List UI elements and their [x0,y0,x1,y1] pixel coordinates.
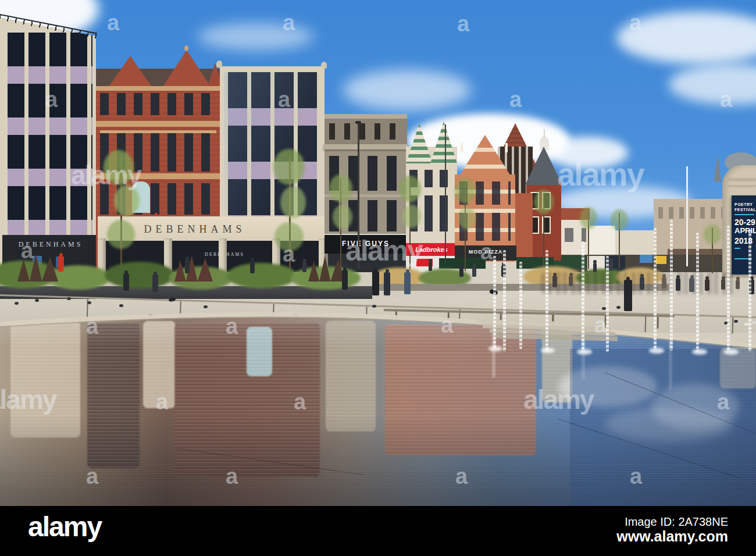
footer-url: www.alamy.com [552,528,728,545]
watermark-a: a [86,315,98,337]
alamy-logo: alamy [28,513,101,541]
stock-photo-canvas: DEBENHAMS DEBENHAMS DEBENHAMS FIVE GUYS [0,0,756,556]
watermark-a: a [21,240,33,262]
watermark-a: a [717,391,729,413]
watermark-a: a [107,12,119,34]
watermark-a: a [283,243,295,265]
fountain-jet [493,256,496,349]
fountain-jet [503,250,506,352]
fountain-jet [654,228,657,350]
watermark-alamy: alamy [345,236,422,265]
watermark-a: a [156,391,168,413]
watermark-a: a [283,12,295,34]
watermark-a: a [226,315,238,337]
watermark-alamy: alamy [71,162,141,188]
watermark-a: a [441,314,453,336]
jet-splash [723,349,739,355]
watermark-a: a [455,465,468,487]
watermark-a: a [594,314,607,336]
watermark-a: a [630,465,642,487]
watermark-a: a [629,12,641,34]
watermark-a: a [720,88,732,111]
pool-curb [0,0,756,556]
fountain-jet [519,262,522,349]
jet-splash [541,348,555,353]
watermark-a: a [278,88,290,111]
watermark-a: a [226,465,238,487]
jet-splash [577,349,592,355]
jet-splash [692,349,707,355]
watermark-a: a [45,88,58,111]
watermark-a: a [480,241,493,263]
fountain-jet [727,226,730,351]
jet-splash [649,348,664,354]
fountain-jet [748,230,751,352]
jet-splash [488,346,502,351]
watermark-a: a [86,465,98,487]
watermark-alamy: alamy [523,386,593,413]
fountain-jet [696,233,699,352]
footer-image-id: Image ID: 2A738NE [552,515,728,529]
fountain-jet [606,256,609,352]
watermark-a: a [457,13,469,35]
watermark-a: a [509,88,522,111]
fountain-jet [582,241,584,352]
watermark-a: a [294,391,306,413]
watermark-alamy: alamy [0,386,56,413]
watermark-alamy: alamy [557,158,644,191]
fountain-jet [670,220,673,351]
fountain-jet [545,250,548,352]
